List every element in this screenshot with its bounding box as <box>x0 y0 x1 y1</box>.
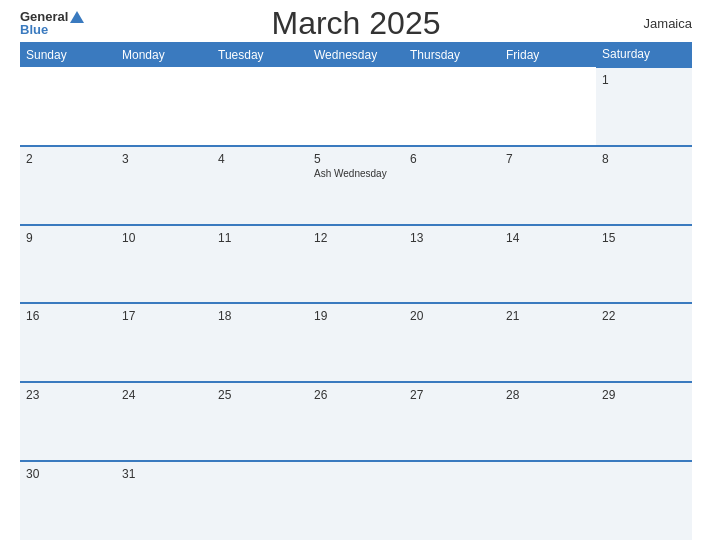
calendar-cell: 6 <box>404 146 500 225</box>
calendar-cell: 25 <box>212 382 308 461</box>
calendar-cell <box>116 67 212 146</box>
day-number: 16 <box>26 309 110 323</box>
calendar-week-row: 3031 <box>20 461 692 540</box>
day-number: 31 <box>122 467 206 481</box>
header-wednesday: Wednesday <box>308 42 404 67</box>
calendar-cell <box>20 67 116 146</box>
day-number: 29 <box>602 388 686 402</box>
calendar-cell: 3 <box>116 146 212 225</box>
day-number: 14 <box>506 231 590 245</box>
calendar-cell <box>212 67 308 146</box>
calendar-week-row: 2345Ash Wednesday678 <box>20 146 692 225</box>
calendar-cell: 15 <box>596 225 692 304</box>
calendar-cell: 1 <box>596 67 692 146</box>
calendar-cell <box>500 67 596 146</box>
day-number: 1 <box>602 73 686 87</box>
calendar-cell: 19 <box>308 303 404 382</box>
calendar-cell: 5Ash Wednesday <box>308 146 404 225</box>
calendar-cell: 31 <box>116 461 212 540</box>
day-number: 10 <box>122 231 206 245</box>
day-number: 19 <box>314 309 398 323</box>
day-number: 6 <box>410 152 494 166</box>
day-number: 25 <box>218 388 302 402</box>
header-thursday: Thursday <box>404 42 500 67</box>
event-label: Ash Wednesday <box>314 168 398 179</box>
calendar-week-row: 23242526272829 <box>20 382 692 461</box>
day-number: 11 <box>218 231 302 245</box>
calendar-cell: 27 <box>404 382 500 461</box>
logo-triangle-icon <box>70 11 84 23</box>
calendar-cell: 24 <box>116 382 212 461</box>
page-title: March 2025 <box>272 5 441 42</box>
day-number: 12 <box>314 231 398 245</box>
header-sunday: Sunday <box>20 42 116 67</box>
day-number: 30 <box>26 467 110 481</box>
calendar-cell <box>404 67 500 146</box>
calendar-cell: 9 <box>20 225 116 304</box>
calendar-cell: 7 <box>500 146 596 225</box>
calendar-cell: 2 <box>20 146 116 225</box>
day-number: 9 <box>26 231 110 245</box>
day-number: 18 <box>218 309 302 323</box>
day-number: 28 <box>506 388 590 402</box>
logo: General Blue <box>20 10 84 36</box>
calendar-cell: 17 <box>116 303 212 382</box>
calendar-cell: 13 <box>404 225 500 304</box>
day-number: 5 <box>314 152 398 166</box>
day-number: 15 <box>602 231 686 245</box>
calendar-cell: 28 <box>500 382 596 461</box>
calendar-cell <box>308 461 404 540</box>
calendar-week-row: 16171819202122 <box>20 303 692 382</box>
day-number: 20 <box>410 309 494 323</box>
calendar-table: Sunday Monday Tuesday Wednesday Thursday… <box>20 42 692 540</box>
calendar-week-row: 1 <box>20 67 692 146</box>
day-number: 4 <box>218 152 302 166</box>
header-monday: Monday <box>116 42 212 67</box>
calendar-cell <box>596 461 692 540</box>
day-number: 2 <box>26 152 110 166</box>
day-number: 13 <box>410 231 494 245</box>
header-friday: Friday <box>500 42 596 67</box>
day-number: 8 <box>602 152 686 166</box>
calendar-cell: 10 <box>116 225 212 304</box>
day-number: 21 <box>506 309 590 323</box>
day-number: 17 <box>122 309 206 323</box>
calendar-cell: 11 <box>212 225 308 304</box>
calendar-cell: 18 <box>212 303 308 382</box>
calendar-cell: 20 <box>404 303 500 382</box>
calendar-cell <box>404 461 500 540</box>
calendar-cell: 12 <box>308 225 404 304</box>
day-number: 3 <box>122 152 206 166</box>
weekday-header-row: Sunday Monday Tuesday Wednesday Thursday… <box>20 42 692 67</box>
calendar-cell: 21 <box>500 303 596 382</box>
calendar-cell: 30 <box>20 461 116 540</box>
header-tuesday: Tuesday <box>212 42 308 67</box>
calendar-header: General Blue March 2025 Jamaica <box>20 10 692 36</box>
calendar-cell <box>308 67 404 146</box>
day-number: 23 <box>26 388 110 402</box>
day-number: 22 <box>602 309 686 323</box>
day-number: 24 <box>122 388 206 402</box>
header-saturday: Saturday <box>596 42 692 67</box>
day-number: 26 <box>314 388 398 402</box>
calendar-cell: 22 <box>596 303 692 382</box>
logo-blue-text: Blue <box>20 23 48 36</box>
calendar-cell: 8 <box>596 146 692 225</box>
region-label: Jamaica <box>644 16 692 31</box>
calendar-cell: 26 <box>308 382 404 461</box>
calendar-week-row: 9101112131415 <box>20 225 692 304</box>
calendar-cell: 4 <box>212 146 308 225</box>
day-number: 7 <box>506 152 590 166</box>
calendar-cell: 16 <box>20 303 116 382</box>
calendar-cell: 23 <box>20 382 116 461</box>
calendar-cell <box>500 461 596 540</box>
calendar-cell: 14 <box>500 225 596 304</box>
calendar-cell <box>212 461 308 540</box>
day-number: 27 <box>410 388 494 402</box>
calendar-cell: 29 <box>596 382 692 461</box>
